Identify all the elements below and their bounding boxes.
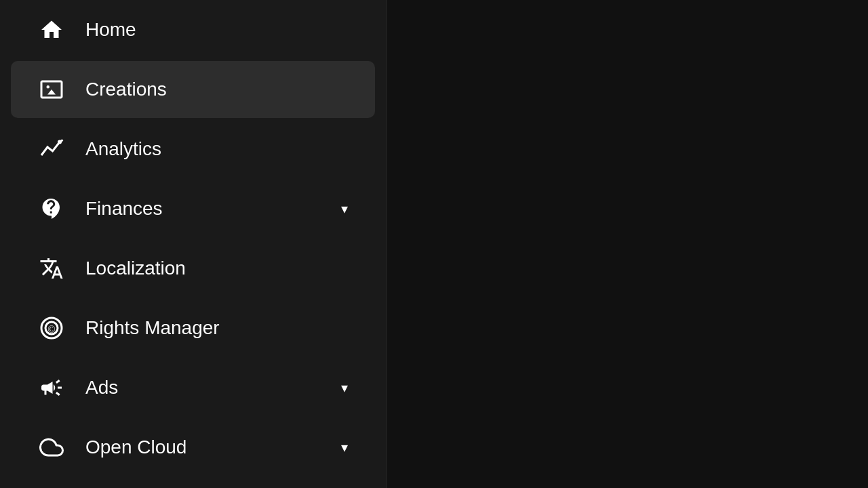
localization-icon [38,255,65,282]
svg-text:©: © [47,324,55,335]
sidebar-item-open-cloud[interactable]: Open Cloud ▾ [11,419,375,476]
rights-manager-icon: © [38,314,65,342]
sidebar-item-label: Open Cloud [85,436,321,458]
sidebar: Home Creations Analytics Finance [0,0,387,488]
svg-point-0 [47,85,50,89]
analytics-icon [38,136,65,163]
sidebar-item-creations[interactable]: Creations [11,61,375,118]
finances-icon [38,195,65,222]
sidebar-item-label: Rights Manager [85,317,348,339]
sidebar-item-label: Analytics [85,138,348,160]
home-icon [38,16,65,43]
sidebar-item-ads[interactable]: Ads ▾ [11,359,375,416]
sidebar-item-analytics[interactable]: Analytics [11,121,375,178]
sidebar-item-label: Home [85,19,348,41]
sidebar-item-home[interactable]: Home [11,1,375,58]
sidebar-item-label: Ads [85,377,321,399]
open-cloud-chevron-icon: ▾ [341,439,348,455]
main-content [387,0,868,488]
sidebar-item-label: Localization [85,258,348,279]
ads-chevron-icon: ▾ [341,380,348,396]
open-cloud-icon [38,434,65,461]
finances-chevron-icon: ▾ [341,201,348,217]
sidebar-item-label: Finances [85,198,321,220]
sidebar-item-finances[interactable]: Finances ▾ [11,180,375,237]
sidebar-item-rights-manager[interactable]: © Rights Manager [11,300,375,357]
creations-icon [38,76,65,103]
ads-icon [38,374,65,401]
sidebar-item-localization[interactable]: Localization [11,240,375,297]
sidebar-item-label: Creations [85,79,348,100]
